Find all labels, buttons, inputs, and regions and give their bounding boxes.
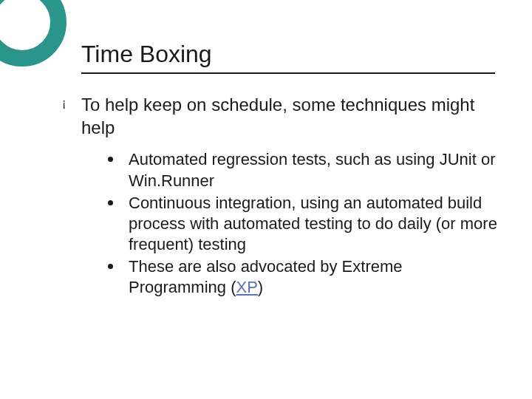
list-item: These are also advocated by Extreme Prog…: [108, 256, 502, 298]
dot-bullet-icon: [108, 264, 113, 269]
dot-bullet-icon: [108, 200, 113, 205]
sub-point-text: Continuous integration, using an automat…: [129, 194, 497, 253]
sub-point-text: Automated regression tests, such as usin…: [129, 150, 495, 189]
main-point: ¡ To help keep on schedule, some techniq…: [81, 93, 502, 139]
after-link-text: ): [258, 278, 263, 296]
slide-content: Time Boxing ¡ To help keep on schedule, …: [81, 41, 502, 299]
hollow-bullet-icon: ¡: [62, 98, 66, 109]
title-underline: [81, 72, 495, 74]
list-item: Automated regression tests, such as usin…: [108, 149, 502, 191]
main-point-text: To help keep on schedule, some technique…: [81, 93, 502, 139]
slide-body: ¡ To help keep on schedule, some techniq…: [81, 93, 502, 298]
dot-bullet-icon: [108, 157, 113, 162]
slide-title: Time Boxing: [81, 41, 502, 68]
sub-list: Automated regression tests, such as usin…: [108, 149, 502, 298]
xp-link[interactable]: XP: [236, 278, 257, 296]
list-item: Continuous integration, using an automat…: [108, 193, 502, 255]
sub-point-text: These are also advocated by Extreme Prog…: [129, 257, 403, 296]
decorative-ring-icon: [0, 0, 66, 66]
